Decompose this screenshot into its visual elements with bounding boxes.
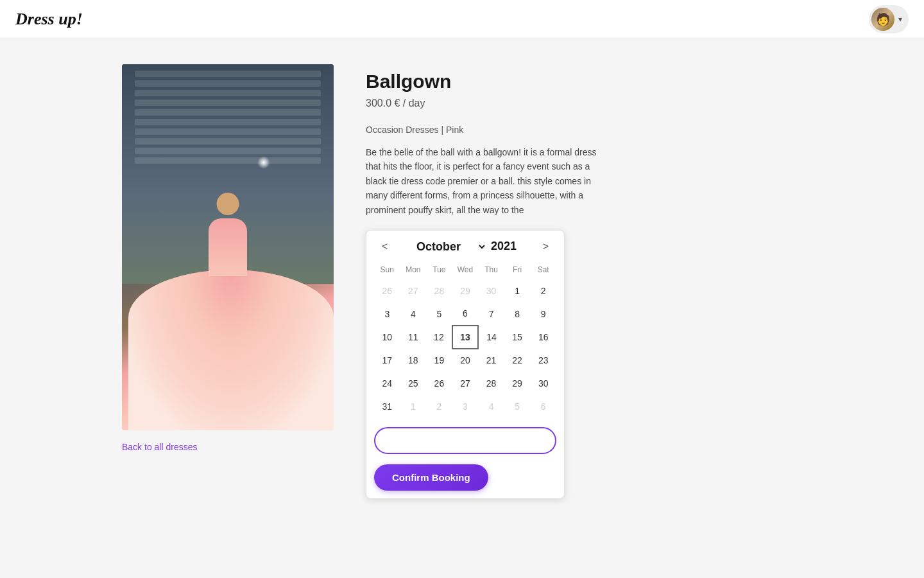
calendar-day-cell: 26 (374, 279, 400, 302)
calendar-day-cell[interactable]: 26 (426, 372, 452, 395)
calendar-day-cell[interactable]: 28 (478, 372, 504, 395)
dress-title: Ballgown (366, 71, 802, 92)
calendar-day-cell[interactable]: 3 (374, 302, 400, 326)
calendar: < January February March April May June … (366, 230, 565, 499)
header: Dress up! 🧑 ▾ (0, 0, 924, 39)
dress-details: Ballgown 300.0 € / day Occasion Dresses … (366, 64, 802, 499)
calendar-day-header-sun: Sun (374, 263, 400, 279)
calendar-day-cell: 6 (530, 395, 556, 418)
calendar-header: < January February March April May June … (374, 238, 556, 255)
calendar-day-header-fri: Fri (504, 263, 531, 279)
confirm-booking-button[interactable]: Confirm Booking (374, 464, 488, 491)
figure-skirt (128, 270, 334, 430)
start-date-input[interactable] (374, 427, 556, 454)
calendar-week-row: 10111213141516 (374, 326, 556, 349)
calendar-month-select[interactable]: January February March April May June Ju… (414, 240, 487, 254)
slat (135, 148, 321, 154)
dress-figure-inner (125, 270, 330, 430)
date-input-row (374, 427, 556, 454)
calendar-day-cell: 27 (400, 279, 427, 302)
light-flare (257, 156, 270, 169)
dress-image-inner (122, 64, 334, 430)
calendar-day-cell: 28 (426, 279, 452, 302)
calendar-day-cell[interactable]: 5 (426, 302, 452, 326)
calendar-day-cell[interactable]: 21 (478, 349, 504, 372)
calendar-day-header-tue: Tue (426, 263, 452, 279)
calendar-grid: Sun Mon Tue Wed Thu Fri Sat 262728293012… (374, 263, 556, 418)
dress-price: 300.0 € / day (366, 98, 802, 109)
calendar-days-header-row: Sun Mon Tue Wed Thu Fri Sat (374, 263, 556, 279)
calendar-day-cell[interactable]: 4 (400, 302, 427, 326)
calendar-day-cell[interactable]: 22 (504, 349, 531, 372)
slat (135, 90, 321, 96)
calendar-day-cell[interactable]: 24 (374, 372, 400, 395)
dress-tags: Occasion Dresses | Pink (366, 125, 802, 135)
calendar-day-cell: 4 (478, 395, 504, 418)
calendar-day-cell[interactable]: 12 (426, 326, 452, 349)
slat (135, 100, 321, 106)
figure-bodice (209, 218, 247, 276)
calendar-prev-button[interactable]: < (377, 238, 393, 255)
calendar-day-cell[interactable]: 17 (374, 349, 400, 372)
calendar-week-row: 3456789 (374, 302, 556, 326)
calendar-day-cell[interactable]: 18 (400, 349, 427, 372)
calendar-body: 2627282930123456789101112131415161718192… (374, 279, 556, 418)
calendar-day-cell[interactable]: 27 (452, 372, 479, 395)
slat (135, 138, 321, 144)
calendar-day-cell[interactable]: 23 (530, 349, 556, 372)
dress-image (122, 64, 334, 430)
app-logo: Dress up! (15, 10, 83, 29)
chevron-down-icon: ▾ (898, 15, 902, 24)
calendar-year: 2021 (491, 240, 517, 253)
avatar: 🧑 (871, 8, 894, 31)
calendar-day-cell[interactable]: 16 (530, 326, 556, 349)
calendar-day-cell: 2 (426, 395, 452, 418)
calendar-week-row: 24252627282930 (374, 372, 556, 395)
calendar-day-header-thu: Thu (478, 263, 504, 279)
calendar-day-cell[interactable]: 20 (452, 349, 479, 372)
calendar-day-cell[interactable]: 19 (426, 349, 452, 372)
calendar-day-cell: 1 (400, 395, 427, 418)
calendar-day-cell[interactable]: 14 (478, 326, 504, 349)
calendar-month-year: January February March April May June Ju… (414, 240, 517, 254)
main-content: Back to all dresses Ballgown 300.0 € / d… (109, 64, 815, 499)
calendar-day-cell: 30 (478, 279, 504, 302)
slat (135, 109, 321, 116)
calendar-day-cell[interactable]: 11 (400, 326, 427, 349)
calendar-week-row: 17181920212223 (374, 349, 556, 372)
calendar-day-header-mon: Mon (400, 263, 427, 279)
slat (135, 119, 321, 125)
slat (135, 128, 321, 135)
dress-description: Be the belle of the ball with a ballgown… (366, 145, 610, 217)
figure-head (217, 193, 239, 215)
calendar-day-header-sat: Sat (530, 263, 556, 279)
calendar-day-cell[interactable]: 10 (374, 326, 400, 349)
calendar-day-cell[interactable]: 29 (504, 372, 531, 395)
calendar-day-cell[interactable]: 30 (530, 372, 556, 395)
calendar-day-cell[interactable]: 7 (478, 302, 504, 326)
slat (135, 80, 321, 87)
calendar-day-cell: 5 (504, 395, 531, 418)
calendar-day-cell[interactable]: 9 (530, 302, 556, 326)
calendar-week-row: 262728293012 (374, 279, 556, 302)
calendar-day-cell: 29 (452, 279, 479, 302)
calendar-week-row: 31123456 (374, 395, 556, 418)
calendar-day-cell[interactable]: 31 (374, 395, 400, 418)
dress-figure (122, 270, 334, 430)
calendar-next-button[interactable]: > (538, 238, 554, 255)
calendar-day-cell[interactable]: 13 (452, 326, 479, 349)
dress-image-section: Back to all dresses (122, 64, 334, 499)
slat (135, 71, 321, 77)
calendar-day-header-wed: Wed (452, 263, 479, 279)
calendar-day-cell[interactable]: 6 (452, 302, 479, 326)
user-menu[interactable]: 🧑 ▾ (869, 5, 909, 33)
calendar-day-cell[interactable]: 25 (400, 372, 427, 395)
calendar-day-cell[interactable]: 15 (504, 326, 531, 349)
slat (135, 157, 321, 164)
calendar-day-cell[interactable]: 2 (530, 279, 556, 302)
calendar-day-cell[interactable]: 8 (504, 302, 531, 326)
calendar-day-cell[interactable]: 1 (504, 279, 531, 302)
calendar-day-cell: 3 (452, 395, 479, 418)
back-to-all-dresses-link[interactable]: Back to all dresses (122, 442, 198, 452)
